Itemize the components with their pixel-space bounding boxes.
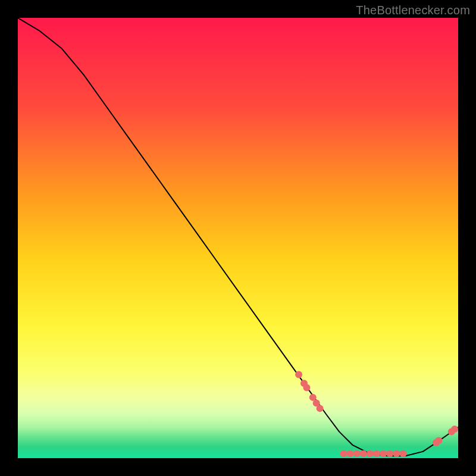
scatter-dot [353, 450, 361, 458]
plot-area [18, 18, 458, 458]
scatter-dot [451, 425, 458, 433]
scatter-dot [303, 384, 310, 392]
scatter-dot [435, 437, 442, 444]
chart-stage: TheBottlenecker.com [0, 0, 476, 476]
gradient-background [18, 18, 458, 458]
scatter-dot [347, 450, 354, 458]
scatter-dot [393, 450, 400, 458]
scatter-dot [373, 450, 380, 458]
scatter-dot [317, 405, 324, 412]
watermark-label: TheBottlenecker.com [356, 4, 470, 17]
scatter-dot [400, 450, 407, 458]
chart-svg [18, 18, 458, 458]
scatter-dot [380, 450, 387, 458]
scatter-dot [295, 371, 302, 378]
scatter-dot [367, 450, 374, 458]
scatter-dot [386, 450, 393, 458]
scatter-dot [340, 450, 347, 458]
scatter-dot [360, 450, 367, 458]
